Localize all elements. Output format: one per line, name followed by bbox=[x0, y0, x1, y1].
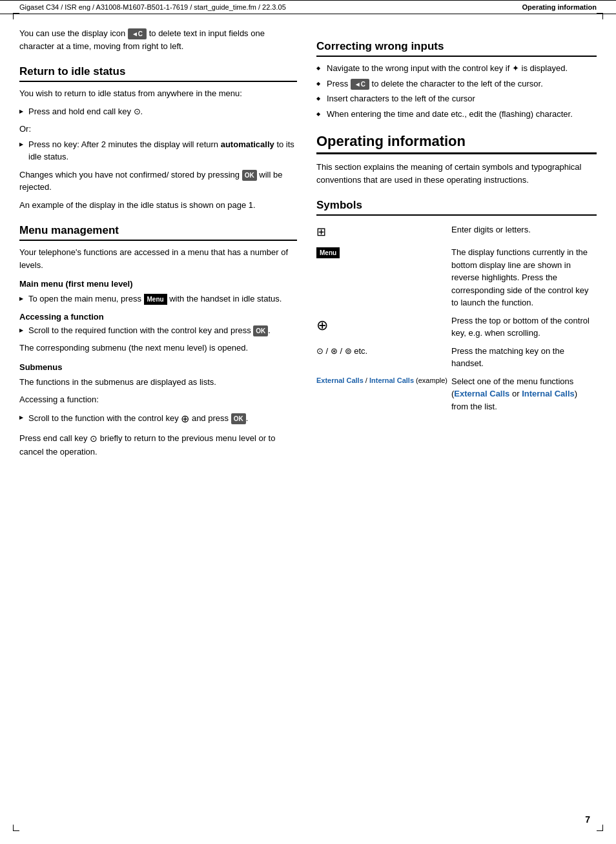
submenus-list: Scroll to the function with the control … bbox=[19, 411, 297, 427]
return-idle-para1: You wish to return to idle status from a… bbox=[19, 87, 297, 100]
back-icon-display: ◄C bbox=[128, 28, 147, 39]
circle-keys-symbol: ⊙ / ⊛ / ⊚ etc. bbox=[316, 346, 367, 356]
arrow2-pre: Press no key: After 2 minutes the displa… bbox=[28, 139, 221, 149]
ok-badge-1: OK bbox=[242, 170, 257, 181]
menu-management-title: Menu management bbox=[19, 224, 297, 241]
accessing-function-para1: The corresponding submenu (the next menu… bbox=[19, 342, 297, 355]
accessing-function-arrow1: Scroll to the required function with the… bbox=[19, 324, 297, 337]
operating-information-title: Operating information bbox=[316, 133, 597, 154]
symbol-cell-3: ⊕ bbox=[316, 312, 451, 342]
corner-mark-tl bbox=[13, 13, 19, 19]
symbol-cell-4: ⊙ / ⊛ / ⊚ etc. bbox=[316, 342, 451, 373]
symbol-cell-1: ⊞ bbox=[316, 221, 451, 243]
accessing-function-list: Scroll to the required function with the… bbox=[19, 324, 297, 337]
correcting-bullet1: Navigate to the wrong input with the con… bbox=[316, 62, 597, 75]
or-text: Or: bbox=[19, 123, 297, 136]
internal-calls-inline: Internal Calls bbox=[522, 389, 575, 398]
header-left-text: Gigaset C34 / ISR eng / A31008-M1607-B50… bbox=[19, 3, 286, 11]
symbol-desc-2: The display functions currently in the b… bbox=[451, 243, 597, 312]
external-calls-symbol: External Calls bbox=[316, 376, 364, 384]
circle-control-symbol: ⊕ bbox=[316, 317, 328, 333]
submenus-para3: Press end call key ⊙ briefly to return t… bbox=[19, 432, 297, 458]
symbol-row-5: External Calls / Internal Calls (example… bbox=[316, 373, 597, 416]
correcting-bullet4: When entering the time and date etc., ed… bbox=[316, 108, 597, 121]
ok-badge-2: OK bbox=[253, 325, 268, 336]
control-key-icon-1: ⊕ bbox=[181, 413, 189, 424]
content-area: You can use the display icon ◄C to delet… bbox=[0, 14, 616, 482]
menu-btn-badge: Menu bbox=[144, 294, 167, 305]
page-number: 7 bbox=[585, 814, 590, 825]
left-column: You can use the display icon ◄C to delet… bbox=[19, 27, 297, 463]
symbol-row-2: Menu The display functions currently in … bbox=[316, 243, 597, 312]
submenus-title: Submenus bbox=[19, 362, 297, 372]
symbol-row-4: ⊙ / ⊛ / ⊚ etc. Press the matching key on… bbox=[316, 342, 597, 373]
menu-symbol-badge: Menu bbox=[316, 247, 340, 258]
accessing-function-title: Accessing a function bbox=[19, 312, 297, 322]
header-right-label: Operating information bbox=[522, 3, 597, 11]
intro-paragraph: You can use the display icon ◄C to delet… bbox=[19, 27, 297, 52]
return-idle-list: Press and hold end call key ⊙. bbox=[19, 105, 297, 118]
correcting-list: Navigate to the wrong input with the con… bbox=[316, 62, 597, 120]
symbol-cell-2: Menu bbox=[316, 243, 451, 312]
intro-text1: You can use the display icon bbox=[19, 28, 125, 38]
menu-management-para1: Your telephone's functions are accessed … bbox=[19, 246, 297, 271]
right-column: Correcting wrong inputs Navigate to the … bbox=[316, 27, 597, 463]
return-idle-para2: Changes which you have not confirmed/ st… bbox=[19, 169, 297, 194]
ok-badge-3: OK bbox=[231, 413, 246, 424]
main-menu-arrow1: To open the main menu, press Menu with t… bbox=[19, 293, 297, 305]
internal-calls-symbol: Internal Calls bbox=[369, 376, 414, 384]
corner-mark-tr bbox=[597, 13, 603, 19]
symbol-desc-3: Press the top or bottom of the control k… bbox=[451, 312, 597, 342]
correcting-bullet2: Press ◄C to delete the character to the … bbox=[316, 77, 597, 90]
symbol-desc-5: Select one of the menu functions (Extern… bbox=[451, 373, 597, 416]
correcting-wrong-inputs-title: Correcting wrong inputs bbox=[316, 40, 597, 57]
symbols-table: ⊞ Enter digits or letters. Menu The disp… bbox=[316, 221, 597, 415]
operating-information-para1: This section explains the meaning of cer… bbox=[316, 161, 597, 186]
grid-symbol: ⊞ bbox=[316, 225, 326, 238]
header-bar: Gigaset C34 / ISR eng / A31008-M1607-B50… bbox=[0, 0, 616, 14]
return-idle-arrow1: Press and hold end call key ⊙. bbox=[19, 105, 297, 118]
return-idle-title: Return to idle status bbox=[19, 65, 297, 82]
symbol-row-1: ⊞ Enter digits or letters. bbox=[316, 221, 597, 243]
submenus-para2: Accessing a function: bbox=[19, 393, 297, 406]
return-idle-arrow2: Press no key: After 2 minutes the displa… bbox=[19, 138, 297, 163]
end-call-icon-1: ⊙ bbox=[90, 433, 98, 444]
symbol-cell-5: External Calls / Internal Calls (example… bbox=[316, 373, 451, 416]
correcting-bullet3: Insert characters to the left of the cur… bbox=[316, 92, 597, 105]
corner-mark-bl bbox=[13, 825, 19, 831]
submenus-arrow1: Scroll to the function with the control … bbox=[19, 411, 297, 427]
symbol-desc-1: Enter digits or letters. bbox=[451, 221, 597, 243]
page-wrapper: Gigaset C34 / ISR eng / A31008-M1607-B50… bbox=[0, 0, 616, 844]
arrow2-bold: automatically bbox=[221, 139, 274, 149]
return-idle-para3: An example of the display in the idle st… bbox=[19, 199, 297, 212]
symbol-desc-4: Press the matching key on the handset. bbox=[451, 342, 597, 373]
symbols-title: Symbols bbox=[316, 199, 597, 216]
return-idle-list2: Press no key: After 2 minutes the displa… bbox=[19, 138, 297, 163]
back-icon-2: ◄C bbox=[351, 79, 369, 90]
corner-mark-br bbox=[597, 825, 603, 831]
main-menu-title: Main menu (first menu level) bbox=[19, 279, 297, 289]
external-calls-inline: External Calls bbox=[454, 389, 509, 398]
symbol-row-3: ⊕ Press the top or bottom of the control… bbox=[316, 312, 597, 342]
main-menu-list: To open the main menu, press Menu with t… bbox=[19, 293, 297, 305]
submenus-para1: The functions in the submenus are displa… bbox=[19, 376, 297, 389]
